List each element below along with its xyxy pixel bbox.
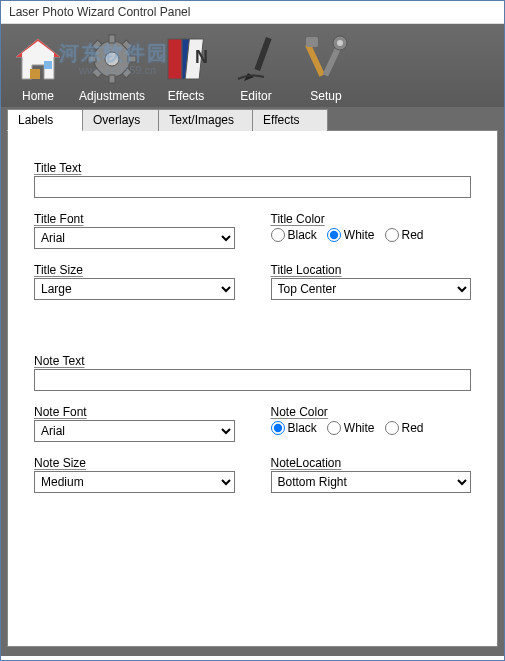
note-size-label: Note Size: [34, 456, 235, 470]
svg-rect-14: [168, 39, 182, 79]
toolbar-setup-button[interactable]: Setup: [295, 28, 357, 105]
toolbar-adjustments-button[interactable]: Adjustments: [77, 28, 147, 105]
toolbar-label: Effects: [168, 89, 204, 103]
note-color-red[interactable]: Red: [385, 421, 424, 435]
title-size-select[interactable]: Large: [34, 278, 235, 300]
title-color-label: Title Color: [271, 212, 472, 226]
note-size-select[interactable]: Medium: [34, 471, 235, 493]
toolbar-label: Home: [22, 89, 54, 103]
title-font-label: Title Font: [34, 212, 235, 226]
toolbar-label: Editor: [240, 89, 271, 103]
svg-rect-3: [44, 61, 52, 69]
tab-overlays[interactable]: Overlays: [82, 109, 159, 131]
svg-rect-9: [128, 56, 136, 62]
note-color-radios: Black White Red: [271, 421, 472, 435]
title-size-label: Title Size: [34, 263, 235, 277]
note-color-label: Note Color: [271, 405, 472, 419]
svg-rect-20: [305, 43, 325, 76]
svg-point-23: [337, 40, 343, 46]
note-font-label: Note Font: [34, 405, 235, 419]
toolbar-home-button[interactable]: Home: [7, 28, 69, 105]
tab-text-images[interactable]: Text/Images: [158, 109, 253, 131]
note-location-select[interactable]: Bottom Right: [271, 471, 472, 493]
title-font-select[interactable]: Arial: [34, 227, 235, 249]
tab-effects[interactable]: Effects: [252, 109, 328, 131]
main-toolbar: 河东软件园 www.pc0359.cn Home: [1, 24, 504, 107]
tools-icon: [297, 30, 355, 88]
title-color-radios: Black White Red: [271, 228, 472, 242]
labels-panel: Title Text Title Font Arial Title Color …: [7, 130, 498, 647]
toolbar-editor-button[interactable]: Editor: [225, 28, 287, 105]
title-location-select[interactable]: Top Center: [271, 278, 472, 300]
window-title: Laser Photo Wizard Control Panel: [9, 5, 190, 19]
title-location-label: Title Location: [271, 263, 472, 277]
svg-rect-18: [254, 37, 271, 71]
pen-icon: [227, 30, 285, 88]
book-icon: N: [157, 30, 215, 88]
toolbar-label: Adjustments: [79, 89, 145, 103]
toolbar-effects-button[interactable]: N Effects: [155, 28, 217, 105]
note-font-select[interactable]: Arial: [34, 420, 235, 442]
note-location-label: NoteLocation: [271, 456, 472, 470]
note-text-input[interactable]: [34, 369, 471, 391]
note-color-black[interactable]: Black: [271, 421, 317, 435]
svg-text:N: N: [195, 47, 208, 67]
title-color-black[interactable]: Black: [271, 228, 317, 242]
window-titlebar: Laser Photo Wizard Control Panel: [1, 1, 504, 24]
svg-rect-2: [30, 69, 40, 79]
svg-rect-7: [109, 75, 115, 83]
title-text-input[interactable]: [34, 176, 471, 198]
toolbar-label: Setup: [310, 89, 341, 103]
title-color-red[interactable]: Red: [385, 228, 424, 242]
svg-rect-8: [88, 56, 96, 62]
gear-icon: [83, 30, 141, 88]
title-color-white[interactable]: White: [327, 228, 375, 242]
note-color-white[interactable]: White: [327, 421, 375, 435]
svg-rect-6: [109, 35, 115, 43]
home-icon: [9, 30, 67, 88]
note-text-label: Note Text: [34, 354, 471, 368]
tab-bar: Labels Overlays Text/Images Effects: [7, 107, 498, 131]
title-text-label: Title Text: [34, 161, 471, 175]
svg-rect-24: [306, 37, 318, 47]
svg-point-5: [105, 52, 119, 66]
tab-labels[interactable]: Labels: [7, 109, 83, 131]
